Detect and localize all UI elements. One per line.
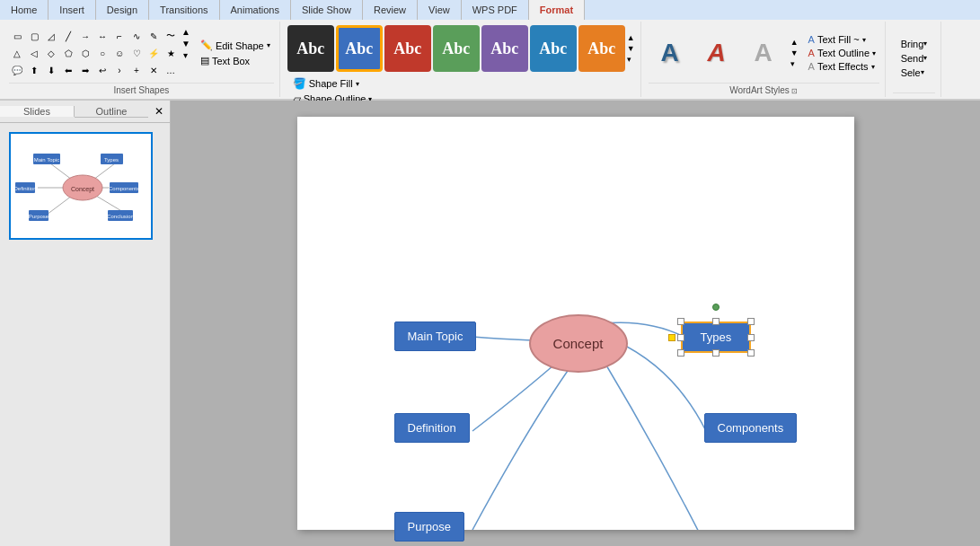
panel-close-button[interactable]: ✕: [148, 101, 170, 122]
definition-label: Definition: [394, 413, 470, 443]
swatches-expand[interactable]: ▾: [627, 55, 635, 64]
shape-fill-dropdown[interactable]: ▾: [356, 80, 359, 88]
text-outline-dropdown[interactable]: ▾: [872, 49, 876, 57]
send-dropdown[interactable]: ▾: [923, 54, 927, 62]
select-button[interactable]: Sele ▾: [897, 66, 931, 79]
wordart-expand-icon[interactable]: ⊡: [791, 87, 798, 95]
tab-review[interactable]: Review: [363, 0, 418, 20]
shape-elbow[interactable]: ⌐: [111, 28, 128, 44]
shape-rect[interactable]: ▭: [9, 28, 25, 44]
shape-callout[interactable]: 💬: [9, 62, 25, 78]
shape-right-triangle[interactable]: ◁: [26, 45, 42, 61]
shape-heart[interactable]: ♡: [128, 45, 145, 61]
shape-curved-arrow[interactable]: ↩: [94, 62, 110, 78]
shape-star[interactable]: ★: [163, 45, 179, 61]
shape-rounded-rect[interactable]: ▢: [26, 28, 42, 44]
slide[interactable]: Main Topic Types Defini: [297, 117, 854, 530]
send-button[interactable]: Send ▾: [897, 52, 931, 65]
node-components[interactable]: Components: [704, 413, 798, 443]
handle-ml[interactable]: [677, 334, 684, 341]
shape-triangle[interactable]: △: [9, 45, 25, 61]
shape-fill-button[interactable]: 🪣 Shape Fill ▾: [287, 76, 382, 91]
handle-tm[interactable]: [712, 318, 720, 325]
tab-transitions[interactable]: Transitions: [149, 0, 219, 20]
shape-pentagon[interactable]: ⬠: [60, 45, 76, 61]
tab-home[interactable]: Home: [0, 0, 49, 20]
shape-smiley[interactable]: ☺: [111, 45, 128, 61]
tab-slideshow[interactable]: Slide Show: [291, 0, 363, 20]
shape-right-arrow[interactable]: ➡: [77, 62, 93, 78]
shape-parallelogram[interactable]: ◿: [43, 28, 59, 44]
handle-rotate[interactable]: [712, 304, 720, 311]
style-swatch-red[interactable]: Abc: [384, 25, 431, 72]
shape-circle[interactable]: ○: [94, 45, 110, 61]
style-swatch-teal[interactable]: Abc: [530, 25, 577, 72]
shape-chevron[interactable]: ›: [111, 62, 128, 78]
shapes-scroll-down[interactable]: ▼: [181, 39, 190, 48]
tab-insert[interactable]: Insert: [49, 0, 96, 20]
edit-shape-button[interactable]: ✏️ Edit Shape ▾: [197, 39, 274, 52]
shape-scribble[interactable]: 〜: [163, 28, 179, 44]
wordart-scroll-up[interactable]: ▲: [790, 38, 799, 47]
wordart-style-2[interactable]: A: [695, 31, 738, 75]
tab-format[interactable]: Format: [529, 0, 585, 20]
handle-yellow[interactable]: [668, 334, 675, 341]
style-swatch-purple[interactable]: Abc: [481, 25, 528, 72]
shape-plus[interactable]: +: [128, 62, 145, 78]
shape-curve[interactable]: ∿: [128, 28, 145, 44]
edit-shape-dropdown[interactable]: ▾: [267, 41, 270, 49]
tab-wpspdf[interactable]: WPS PDF: [462, 0, 529, 20]
shape-fill-icon: 🪣: [293, 77, 306, 90]
shape-lightning[interactable]: ⚡: [146, 45, 162, 61]
shape-diamond[interactable]: ◇: [43, 45, 59, 61]
tab-animations[interactable]: Animations: [220, 0, 291, 20]
text-outline-button[interactable]: A Text Outline ▾: [805, 47, 879, 59]
node-main-topic[interactable]: Main Topic: [394, 321, 477, 351]
text-box-button[interactable]: ▤ Text Box: [197, 54, 274, 67]
style-swatch-blue[interactable]: Abc: [336, 25, 383, 72]
text-effects-dropdown[interactable]: ▾: [871, 63, 875, 71]
bring-dropdown[interactable]: ▾: [923, 40, 927, 48]
shape-hexagon[interactable]: ⬡: [77, 45, 93, 61]
shape-arrow-line[interactable]: →: [77, 28, 93, 44]
shape-freeform[interactable]: ✎: [146, 28, 162, 44]
tab-slides[interactable]: Slides: [0, 106, 75, 117]
shape-cross[interactable]: ✕: [146, 62, 162, 78]
swatches-scroll-up[interactable]: ▲: [627, 33, 635, 42]
tab-outline[interactable]: Outline: [75, 106, 148, 118]
handle-mr[interactable]: [747, 334, 755, 341]
shapes-scroll-up[interactable]: ▲: [181, 27, 190, 37]
text-effects-button[interactable]: A Text Effects ▾: [805, 60, 879, 73]
handle-bm[interactable]: [712, 349, 720, 357]
shapes-expand[interactable]: ▾: [181, 50, 190, 60]
wordart-scroll-down[interactable]: ▼: [790, 48, 799, 57]
bring-button[interactable]: Bring ▾: [897, 38, 931, 50]
node-definition[interactable]: Definition: [394, 413, 470, 443]
style-swatch-black[interactable]: Abc: [287, 25, 334, 72]
tab-view[interactable]: View: [418, 0, 462, 20]
handle-tl[interactable]: [677, 318, 684, 325]
handle-bl[interactable]: [677, 349, 684, 357]
shape-line[interactable]: ╱: [60, 28, 76, 44]
text-fill-dropdown[interactable]: ▾: [862, 36, 866, 44]
handle-tr[interactable]: [747, 318, 755, 325]
shape-more[interactable]: …: [163, 62, 179, 78]
shape-left-arrow[interactable]: ⬅: [60, 62, 76, 78]
node-concept[interactable]: Concept: [529, 314, 628, 373]
wordart-expand[interactable]: ▾: [790, 59, 799, 68]
text-fill-button[interactable]: A Text Fill ~ ▾: [805, 33, 879, 46]
style-swatch-orange[interactable]: Abc: [578, 25, 625, 72]
node-purpose[interactable]: Purpose: [394, 512, 464, 542]
shape-double-arrow[interactable]: ↔: [94, 28, 110, 44]
swatches-scroll-down[interactable]: ▼: [627, 44, 635, 53]
wordart-style-1[interactable]: A: [649, 31, 692, 75]
shape-up-arrow[interactable]: ⬆: [26, 62, 42, 78]
style-swatch-green[interactable]: Abc: [433, 25, 480, 72]
node-types[interactable]: Types: [681, 321, 752, 353]
tab-design[interactable]: Design: [96, 0, 149, 20]
shape-down-arrow[interactable]: ⬇: [43, 62, 59, 78]
handle-br[interactable]: [747, 349, 755, 357]
slide-thumbnail[interactable]: Concept Main Topic Types Definition Comp…: [9, 132, 153, 240]
select-dropdown[interactable]: ▾: [921, 68, 924, 76]
wordart-style-3[interactable]: A: [742, 31, 785, 75]
